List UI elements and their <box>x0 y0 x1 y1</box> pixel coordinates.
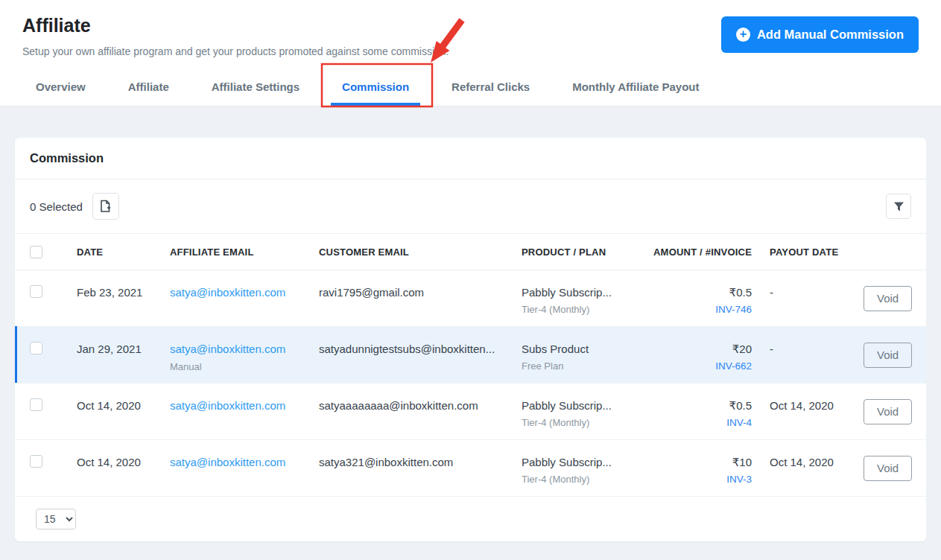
amount-cell: ₹10 <box>644 456 752 469</box>
amount-cell: ₹0.5 <box>644 399 752 413</box>
date-cell: Oct 14, 2020 <box>77 440 170 496</box>
commission-panel: Commission 0 Selected DATE AFFILIATE EMA… <box>15 138 926 541</box>
payout-date-cell: - <box>752 270 864 326</box>
affiliate-email-link[interactable]: satya@inboxkitten.com <box>170 286 285 299</box>
col-header-customer-email: CUSTOMER EMAIL <box>319 246 522 258</box>
plan-cell: Free Plan <box>522 360 644 372</box>
col-header-affiliate-email: AFFILIATE EMAIL <box>170 246 319 258</box>
tab-bar: Overview Affiliate Affiliate Settings Co… <box>25 71 710 106</box>
affiliate-email-link[interactable]: satya@inboxkitten.com <box>170 456 285 468</box>
tab-commission[interactable]: Commission <box>331 71 420 106</box>
amount-cell: ₹0.5 <box>644 286 752 299</box>
export-button[interactable] <box>92 193 119 220</box>
invoice-link[interactable]: INV-3 <box>726 474 752 485</box>
void-button[interactable]: Void <box>864 343 912 368</box>
row-checkbox[interactable] <box>30 342 42 354</box>
page-header: Affiliate Setup your own affiliate progr… <box>0 0 941 106</box>
tab-affiliate[interactable]: Affiliate <box>117 71 180 106</box>
col-header-payout-date: PAYOUT DATE <box>752 246 864 258</box>
row-checkbox[interactable] <box>30 285 42 298</box>
selected-count: 0 Selected <box>30 200 83 213</box>
tab-monthly-affiliate-payout[interactable]: Monthly Affiliate Payout <box>561 71 710 106</box>
table-row: Oct 14, 2020 satya@inboxkitten.com satya… <box>15 384 926 440</box>
product-cell: Subs Product <box>522 343 644 355</box>
filter-funnel-icon <box>893 201 904 212</box>
table-row-selected: Jan 29, 2021 satya@inboxkitten.com Manua… <box>15 327 926 384</box>
col-header-date: DATE <box>77 246 170 258</box>
product-cell: Pabbly Subscrip... <box>522 456 644 468</box>
amount-cell: ₹20 <box>644 343 752 356</box>
table-row: Feb 23, 2021 satya@inboxkitten.com ravi1… <box>15 270 926 327</box>
void-button[interactable]: Void <box>864 399 912 424</box>
payout-date-cell: Oct 14, 2020 <box>752 440 864 496</box>
page-title: Affiliate <box>22 15 91 36</box>
date-cell: Jan 29, 2021 <box>77 327 170 383</box>
tab-overview[interactable]: Overview <box>25 71 97 106</box>
customer-email-cell: ravi1795@gmail.com <box>319 270 522 326</box>
select-all-checkbox[interactable] <box>30 246 42 258</box>
product-cell: Pabbly Subscrip... <box>522 399 644 412</box>
affiliate-email-link[interactable]: satya@inboxkitten.com <box>170 399 285 412</box>
date-cell: Oct 14, 2020 <box>77 384 170 439</box>
row-checkbox[interactable] <box>30 398 42 411</box>
invoice-link[interactable]: INV-662 <box>715 360 752 372</box>
payout-date-cell: Oct 14, 2020 <box>752 384 864 439</box>
export-file-icon <box>99 200 112 213</box>
affiliate-email-link[interactable]: satya@inboxkitten.com <box>170 343 285 355</box>
row-checkbox[interactable] <box>30 455 42 468</box>
plan-cell: Tier-4 (Monthly) <box>522 304 644 315</box>
plan-cell: Tier-4 (Monthly) <box>522 417 644 428</box>
payout-date-cell: - <box>752 327 864 383</box>
table-toolbar: 0 Selected <box>15 179 926 233</box>
page-subtitle: Setup your own affiliate program and get… <box>22 45 449 57</box>
col-header-amount-invoice: AMOUNT / #INVOICE <box>644 246 752 258</box>
tab-affiliate-settings[interactable]: Affiliate Settings <box>200 71 311 106</box>
date-cell: Feb 23, 2021 <box>77 270 170 326</box>
panel-title: Commission <box>15 138 926 179</box>
filter-button[interactable] <box>886 194 911 219</box>
tab-referral-clicks[interactable]: Referral Clicks <box>440 71 541 106</box>
plus-circle-icon: + <box>736 28 750 42</box>
customer-email-cell: satyadunnigtestsubs@inboxkitten... <box>319 327 522 383</box>
void-button[interactable]: Void <box>864 456 912 481</box>
table-footer: 15 <box>15 497 926 541</box>
invoice-link[interactable]: INV-4 <box>726 417 752 428</box>
invoice-link[interactable]: INV-746 <box>715 304 752 315</box>
affiliate-note: Manual <box>170 361 319 372</box>
col-header-product-plan: PRODUCT / PLAN <box>522 246 644 258</box>
customer-email-cell: satyaaaaaaaa@inboxkitten.com <box>319 384 522 439</box>
add-manual-commission-label: Add Manual Commission <box>757 28 904 42</box>
page-size-select[interactable]: 15 <box>36 509 76 529</box>
customer-email-cell: satya321@inboxkitten.com <box>319 440 522 496</box>
product-cell: Pabbly Subscrip... <box>522 286 644 299</box>
table-row: Oct 14, 2020 satya@inboxkitten.com satya… <box>15 440 926 497</box>
plan-cell: Tier-4 (Monthly) <box>522 474 644 485</box>
table-header-row: DATE AFFILIATE EMAIL CUSTOMER EMAIL PROD… <box>15 233 926 270</box>
add-manual-commission-button[interactable]: + Add Manual Commission <box>721 16 919 53</box>
void-button[interactable]: Void <box>864 286 912 311</box>
